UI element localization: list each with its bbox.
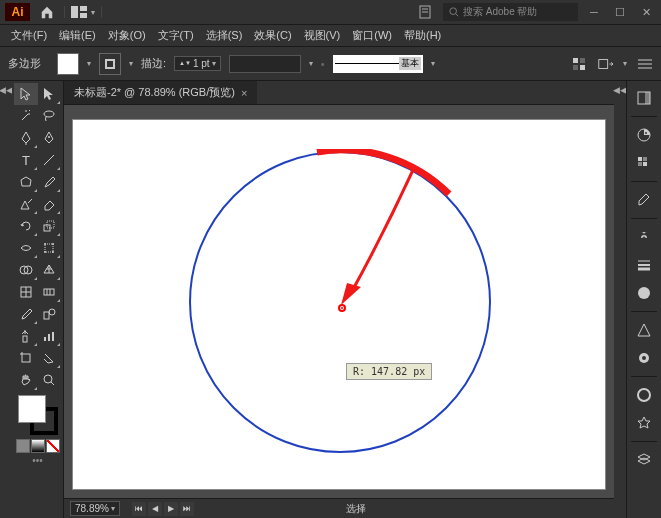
menu-edit[interactable]: 编辑(E) — [53, 25, 102, 46]
symbol-sprayer-tool[interactable] — [14, 325, 38, 347]
chevron-down-icon[interactable]: ▾ — [87, 59, 91, 68]
line-segment-tool[interactable] — [38, 149, 62, 171]
align-panel-icon[interactable] — [630, 345, 658, 371]
artboard[interactable]: R: 147.82 px — [72, 119, 606, 490]
svg-rect-55 — [643, 157, 647, 161]
fill-swatch[interactable] — [57, 53, 79, 75]
menu-window[interactable]: 窗口(W) — [346, 25, 398, 46]
search-box[interactable]: 搜索 Adobe 帮助 — [443, 3, 578, 21]
menu-type[interactable]: 文字(T) — [152, 25, 200, 46]
eraser-tool[interactable] — [38, 193, 62, 215]
search-icon — [449, 7, 459, 17]
toolbox-collapse[interactable]: ◀◀ — [0, 81, 12, 518]
main-area: ◀◀ T — [0, 81, 661, 518]
document-setup-icon[interactable] — [417, 4, 433, 20]
free-transform-tool[interactable] — [38, 237, 62, 259]
variable-width-profile[interactable] — [229, 55, 301, 73]
zoom-level-input[interactable]: 78.89% ▾ — [70, 501, 120, 516]
panel-menu-icon[interactable] — [637, 56, 653, 72]
appearance-panel-icon[interactable] — [630, 382, 658, 408]
svg-rect-57 — [643, 162, 647, 166]
chevron-down-icon[interactable]: ▾ — [623, 59, 627, 68]
svg-line-19 — [44, 155, 54, 165]
first-artboard-button[interactable]: ⏮ — [132, 502, 146, 516]
menu-help[interactable]: 帮助(H) — [398, 25, 447, 46]
lasso-tool[interactable] — [38, 105, 62, 127]
curvature-tool[interactable] — [38, 127, 62, 149]
prev-artboard-button[interactable]: ◀ — [148, 502, 162, 516]
menu-select[interactable]: 选择(S) — [200, 25, 249, 46]
brushes-panel-icon[interactable] — [630, 187, 658, 213]
direct-selection-tool[interactable] — [38, 83, 62, 105]
perspective-grid-tool[interactable] — [38, 259, 62, 281]
svg-point-25 — [52, 243, 54, 245]
slice-tool[interactable] — [38, 347, 62, 369]
swatches-panel-icon[interactable] — [630, 150, 658, 176]
artboard-tool[interactable] — [14, 347, 38, 369]
gradient-tool[interactable] — [38, 281, 62, 303]
chevron-down-icon[interactable]: ▾ — [309, 59, 313, 68]
menu-object[interactable]: 对象(O) — [102, 25, 152, 46]
menu-effect[interactable]: 效果(C) — [248, 25, 297, 46]
width-tool[interactable] — [14, 237, 38, 259]
stroke-panel-icon[interactable] — [630, 252, 658, 278]
paintbrush-tool[interactable] — [38, 171, 62, 193]
gradient-panel-icon[interactable] — [630, 280, 658, 306]
transparency-panel-icon[interactable] — [630, 317, 658, 343]
shaper-tool[interactable] — [14, 193, 38, 215]
stroke-swatch[interactable] — [99, 53, 121, 75]
properties-panel-icon[interactable] — [630, 85, 658, 111]
chevron-down-icon[interactable]: ▾ — [129, 59, 133, 68]
shape-builder-tool[interactable] — [14, 259, 38, 281]
color-panel-icon[interactable] — [630, 122, 658, 148]
stroke-weight-input[interactable]: ▲▼ 1 pt ▾ — [174, 56, 221, 71]
menu-file[interactable]: 文件(F) — [5, 25, 53, 46]
scale-tool[interactable] — [38, 215, 62, 237]
next-artboard-button[interactable]: ▶ — [164, 502, 178, 516]
blend-tool[interactable] — [38, 303, 62, 325]
canvas-wrapper[interactable]: R: 147.82 px — [64, 105, 614, 498]
fill-stroke-control[interactable] — [18, 395, 58, 435]
selection-tool[interactable] — [14, 83, 38, 105]
chevron-down-icon[interactable]: ▾ — [431, 59, 435, 68]
svg-point-26 — [44, 251, 46, 253]
close-icon[interactable]: × — [241, 87, 247, 99]
stepper-icon[interactable]: ▲▼ — [179, 61, 191, 66]
align-icon[interactable] — [597, 56, 613, 72]
hand-tool[interactable] — [14, 369, 38, 391]
brush-definition[interactable]: 基本 — [333, 55, 423, 73]
gradient-mode-button[interactable] — [31, 439, 45, 453]
magic-wand-tool[interactable] — [14, 105, 38, 127]
type-tool[interactable]: T — [14, 149, 38, 171]
edit-toolbar-button[interactable]: ••• — [14, 455, 61, 466]
eyedropper-tool[interactable] — [14, 303, 38, 325]
svg-marker-47 — [341, 283, 361, 305]
svg-marker-66 — [638, 417, 650, 428]
none-mode-button[interactable] — [46, 439, 60, 453]
pen-tool[interactable] — [14, 127, 38, 149]
minimize-button[interactable]: ─ — [584, 5, 604, 19]
symbols-panel-icon[interactable] — [630, 224, 658, 250]
document-tab[interactable]: 未标题-2* @ 78.89% (RGB/预览) × — [64, 81, 257, 104]
polygon-tool[interactable] — [14, 171, 38, 193]
rotate-tool[interactable] — [14, 215, 38, 237]
close-button[interactable]: ✕ — [636, 5, 656, 19]
zoom-tool[interactable] — [38, 369, 62, 391]
menu-view[interactable]: 视图(V) — [298, 25, 347, 46]
column-graph-tool[interactable] — [38, 325, 62, 347]
color-mode-button[interactable] — [16, 439, 30, 453]
layout-menu[interactable]: ▾ — [64, 6, 102, 18]
graphic-styles-panel-icon[interactable] — [630, 410, 658, 436]
radius-tooltip: R: 147.82 px — [346, 363, 432, 380]
svg-marker-20 — [21, 177, 31, 186]
maximize-button[interactable]: ☐ — [610, 5, 630, 19]
mesh-tool[interactable] — [14, 281, 38, 303]
app-logo[interactable]: Ai — [5, 3, 30, 21]
home-icon[interactable] — [38, 3, 56, 21]
layers-panel-icon[interactable] — [630, 447, 658, 473]
last-artboard-button[interactable]: ⏭ — [180, 502, 194, 516]
opacity-icon[interactable] — [571, 56, 587, 72]
panel-collapse[interactable]: ◀◀ — [614, 81, 626, 518]
chevron-left-icon: ◀◀ — [613, 85, 627, 95]
right-panel-dock — [626, 81, 661, 518]
